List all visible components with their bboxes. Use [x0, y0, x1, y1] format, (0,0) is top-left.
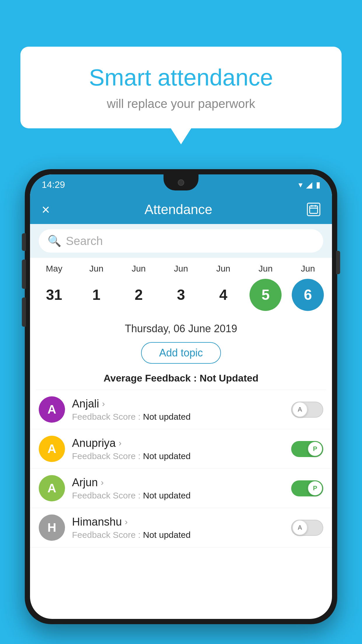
cal-month-2: Jun [118, 264, 159, 274]
calendar-section: May Jun Jun Jun Jun Jun Jun 31 1 2 3 4 5… [30, 258, 332, 317]
cal-month-1: Jun [76, 264, 117, 274]
phone-volume-up-button [22, 233, 26, 251]
student-name-anupriya[interactable]: Anupriya › [72, 437, 291, 449]
signal-icon: ◢ [306, 180, 312, 190]
search-input[interactable]: Search [66, 235, 103, 248]
selected-date-label: Thursday, 06 June 2019 [30, 317, 332, 339]
chevron-right-icon: › [102, 399, 105, 409]
phone-notch [164, 174, 198, 190]
svg-rect-0 [310, 206, 318, 214]
front-camera [178, 179, 184, 186]
add-topic-button[interactable]: Add topic [141, 342, 221, 364]
student-feedback-arjun: Feedback Score : Not updated [72, 491, 291, 501]
cal-month-4: Jun [203, 264, 244, 274]
chevron-right-icon: › [119, 438, 122, 448]
cal-date-2[interactable]: 2 [123, 279, 155, 311]
cal-date-3[interactable]: 3 [165, 279, 197, 311]
attendance-toggle-anjali[interactable]: A [291, 402, 323, 418]
app-bar-title: Attendance [50, 202, 307, 217]
toggle-anupriya[interactable]: P [291, 441, 323, 457]
attendance-toggle-arjun[interactable]: P [291, 480, 323, 496]
speech-bubble-tail [171, 128, 191, 144]
student-item-anjali: A Anjali › Feedback Score : Not updated … [30, 390, 332, 429]
speech-bubble: Smart attendance will replace your paper… [20, 47, 342, 128]
cal-date-0[interactable]: 31 [38, 279, 70, 311]
student-item-anupriya: A Anupriya › Feedback Score : Not update… [30, 429, 332, 469]
student-feedback-himanshu: Feedback Score : Not updated [72, 530, 291, 540]
cal-month-3: Jun [161, 264, 201, 274]
toggle-knob-anupriya: P [307, 441, 323, 456]
phone-power-button [336, 251, 340, 274]
student-list: A Anjali › Feedback Score : Not updated … [30, 390, 332, 547]
add-topic-section: Add topic [30, 339, 332, 370]
average-feedback: Average Feedback : Not Updated [30, 370, 332, 390]
toggle-arjun[interactable]: P [291, 480, 323, 496]
status-icons: ▾ ◢ ▮ [298, 180, 320, 190]
student-feedback-anupriya: Feedback Score : Not updated [72, 451, 291, 461]
chevron-right-icon: › [125, 517, 128, 527]
cal-date-5[interactable]: 5 [249, 279, 282, 311]
student-name-anjali[interactable]: Anjali › [72, 398, 291, 410]
cal-date-4[interactable]: 4 [207, 279, 239, 311]
battery-icon: ▮ [316, 180, 320, 190]
chevron-right-icon: › [101, 477, 104, 487]
phone-mockup: 14:29 ▾ ◢ ▮ × Attendance [25, 169, 337, 644]
student-info-anupriya: Anupriya › Feedback Score : Not updated [72, 437, 291, 461]
speech-bubble-title: Smart attendance [44, 64, 318, 91]
search-bar[interactable]: 🔍 Search [39, 229, 323, 253]
avatar-anjali: A [39, 396, 65, 423]
cal-date-6[interactable]: 6 [292, 279, 324, 311]
student-name-arjun[interactable]: Arjun › [72, 476, 291, 489]
speech-bubble-section: Smart attendance will replace your paper… [20, 47, 342, 144]
student-info-arjun: Arjun › Feedback Score : Not updated [72, 476, 291, 501]
speech-bubble-subtitle: will replace your paperwork [44, 97, 318, 111]
phone-silent-button [22, 298, 26, 327]
student-item-arjun: A Arjun › Feedback Score : Not updated P [30, 469, 332, 508]
student-name-himanshu[interactable]: Himanshu › [72, 516, 291, 528]
calendar-months: May Jun Jun Jun Jun Jun Jun [33, 264, 329, 274]
phone-volume-down-button [22, 260, 26, 289]
toggle-knob-anjali: A [292, 402, 307, 417]
toggle-knob-himanshu: A [292, 520, 307, 535]
toggle-himanshu[interactable]: A [291, 520, 323, 536]
student-info-anjali: Anjali › Feedback Score : Not updated [72, 398, 291, 422]
cal-month-0: May [34, 264, 75, 274]
toggle-anjali[interactable]: A [291, 402, 323, 418]
calendar-icon[interactable] [307, 203, 320, 216]
calendar-dates: 31 1 2 3 4 5 6 [33, 276, 329, 314]
attendance-toggle-anupriya[interactable]: P [291, 441, 323, 457]
student-info-himanshu: Himanshu › Feedback Score : Not updated [72, 516, 291, 540]
avatar-arjun: A [39, 475, 65, 501]
avg-feedback-value: Not Updated [200, 372, 259, 384]
cal-month-6: Jun [287, 264, 328, 274]
close-button[interactable]: × [42, 202, 50, 218]
attendance-toggle-himanshu[interactable]: A [291, 520, 323, 536]
phone-outer: 14:29 ▾ ◢ ▮ × Attendance [25, 169, 337, 624]
search-bar-section: 🔍 Search [30, 224, 332, 258]
student-item-himanshu: H Himanshu › Feedback Score : Not update… [30, 508, 332, 547]
status-bar: 14:29 ▾ ◢ ▮ [30, 174, 332, 195]
wifi-icon: ▾ [298, 180, 303, 190]
cal-month-5: Jun [245, 264, 286, 274]
status-time: 14:29 [42, 179, 65, 190]
app-bar: × Attendance [30, 195, 332, 224]
toggle-knob-arjun: P [307, 481, 323, 496]
avatar-anupriya: A [39, 436, 65, 462]
avatar-himanshu: H [39, 514, 65, 541]
cal-date-1[interactable]: 1 [80, 279, 113, 311]
phone-screen: 14:29 ▾ ◢ ▮ × Attendance [30, 174, 332, 619]
student-feedback-anjali: Feedback Score : Not updated [72, 412, 291, 422]
search-icon: 🔍 [48, 235, 61, 247]
avg-feedback-label: Average Feedback : [103, 372, 199, 384]
